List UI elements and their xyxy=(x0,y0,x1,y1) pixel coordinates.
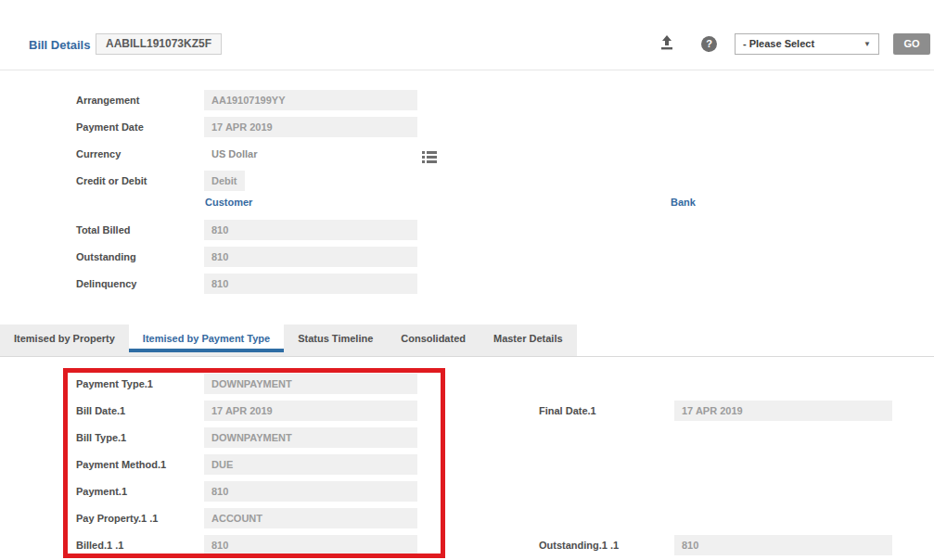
field-value-final-date-1: 17 APR 2019 xyxy=(674,401,892,421)
field-value-billed-1-1: 810 xyxy=(204,535,417,555)
field-label-payment-type-1: Payment Type.1 xyxy=(76,378,153,389)
field-label-payment-date: Payment Date xyxy=(76,121,144,133)
field-label-bill-type-1: Bill Type.1 xyxy=(76,432,126,443)
tab-divider xyxy=(0,356,934,357)
customer-link[interactable]: Customer xyxy=(205,197,252,208)
tab-status-timeline[interactable]: Status Timeline xyxy=(284,325,387,352)
field-label-payment-method-1: Payment Method.1 xyxy=(76,459,166,470)
field-value-payment-type-1: DOWNPAYMENT xyxy=(204,374,417,394)
field-label-final-date-1: Final Date.1 xyxy=(539,405,596,416)
header-divider xyxy=(0,70,934,70)
action-select-dropdown[interactable]: - Please Select ▼ xyxy=(735,33,879,55)
help-icon[interactable]: ? xyxy=(701,36,717,52)
field-value-payment-date: 17 APR 2019 xyxy=(204,117,417,137)
go-button[interactable]: GO xyxy=(893,33,930,55)
chevron-down-icon: ▼ xyxy=(864,34,871,54)
field-label-billed-1-1: Billed.1 .1 xyxy=(76,540,123,551)
tab-itemised-by-property[interactable]: Itemised by Property xyxy=(0,325,129,352)
field-label-pay-property-1-1: Pay Property.1 .1 xyxy=(76,513,158,524)
page-title: Bill Details xyxy=(29,38,90,52)
upload-icon[interactable] xyxy=(659,34,675,51)
field-value-delinquency: 810 xyxy=(204,274,417,294)
bill-details-page: Bill Details AABILL191073KZ5F ? - Please… xyxy=(0,0,934,560)
field-label-arrangement: Arrangement xyxy=(76,95,139,106)
list-lookup-icon[interactable] xyxy=(422,150,437,168)
bill-id-badge: AABILL191073KZ5F xyxy=(96,33,222,55)
field-label-currency: Currency xyxy=(76,148,121,159)
tab-master-details[interactable]: Master Details xyxy=(480,325,577,352)
field-label-bill-date-1: Bill Date.1 xyxy=(76,405,125,416)
action-select-value: - Please Select xyxy=(743,34,814,54)
field-label-payment-1: Payment.1 xyxy=(76,486,127,497)
field-value-arrangement: AA19107199YY xyxy=(204,90,417,110)
field-value-bill-date-1: 17 APR 2019 xyxy=(204,401,417,421)
tab-bar: Itemised by Property Itemised by Payment… xyxy=(0,325,577,356)
field-value-pay-property-1-1: ACCOUNT xyxy=(204,508,417,528)
field-value-payment-1: 810 xyxy=(204,481,417,502)
field-value-outstanding-1-1: 810 xyxy=(674,535,892,555)
field-value-outstanding: 810 xyxy=(204,247,417,267)
field-value-payment-method-1: DUE xyxy=(204,454,417,475)
field-label-delinquency: Delinquency xyxy=(76,278,136,289)
field-value-credit-or-debit: Debit xyxy=(204,171,245,191)
tab-consolidated[interactable]: Consolidated xyxy=(387,325,480,352)
tab-itemised-by-payment-type[interactable]: Itemised by Payment Type xyxy=(129,325,284,352)
field-label-credit-or-debit: Credit or Debit xyxy=(76,175,147,186)
field-label-total-billed: Total Billed xyxy=(76,224,130,235)
bank-link[interactable]: Bank xyxy=(671,197,696,208)
field-value-currency: US Dollar xyxy=(211,148,258,159)
field-value-bill-type-1: DOWNPAYMENT xyxy=(204,427,417,448)
field-value-total-billed: 810 xyxy=(204,220,417,240)
field-label-outstanding: Outstanding xyxy=(76,251,136,262)
field-label-outstanding-1-1: Outstanding.1 .1 xyxy=(539,540,619,551)
